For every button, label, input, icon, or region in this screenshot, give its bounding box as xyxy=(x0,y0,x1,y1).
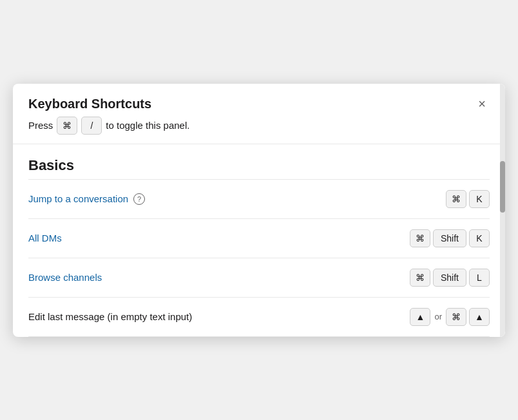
shortcut-row-browse: Browse channels ⌘ Shift L xyxy=(28,258,490,298)
close-button[interactable]: × xyxy=(472,94,492,115)
subtitle-toggle-text: to toggle this panel. xyxy=(106,120,189,131)
key-shift-browse: Shift xyxy=(433,269,466,287)
key-k-jump: K xyxy=(469,190,490,208)
shortcut-keys-dms: ⌘ Shift K xyxy=(410,229,490,247)
key-cmd-edit: ⌘ xyxy=(446,308,466,326)
section-title-basics: Basics xyxy=(28,144,490,179)
shortcut-row-dms: All DMs ⌘ Shift K xyxy=(28,219,490,258)
key-shift-dms: Shift xyxy=(433,229,466,247)
scrollbar-track[interactable] xyxy=(500,84,505,337)
or-text-edit: or xyxy=(434,312,442,321)
key-cmd-jump: ⌘ xyxy=(446,190,466,208)
shortcut-row-jump: Jump to a conversation ? ⌘ K xyxy=(28,180,490,219)
shortcut-label-edit: Edit last message (in empty text input) xyxy=(28,311,247,322)
shortcut-label-jump[interactable]: Jump to a conversation ? xyxy=(28,193,446,205)
key-cmd-dms: ⌘ xyxy=(410,229,430,247)
shortcut-label-text-edit: Edit last message (in empty text input) xyxy=(28,311,192,322)
slash-key-badge: / xyxy=(81,117,102,135)
panel-header: Keyboard Shortcuts Press ⌘ / to toggle t… xyxy=(13,84,505,144)
shortcut-keys-jump: ⌘ K xyxy=(446,190,490,208)
panel-subtitle: Press ⌘ / to toggle this panel. xyxy=(28,117,490,135)
shortcut-label-dms[interactable]: All DMs xyxy=(28,233,410,243)
shortcut-label-text-jump: Jump to a conversation xyxy=(28,193,128,204)
shortcut-keys-edit: ▲ or ⌘ ▲ xyxy=(410,308,490,326)
keyboard-shortcuts-panel: Keyboard Shortcuts Press ⌘ / to toggle t… xyxy=(13,84,505,337)
key-k-dms: K xyxy=(469,229,490,247)
key-up2-edit: ▲ xyxy=(469,308,490,326)
shortcut-row-edit: Edit last message (in empty text input) … xyxy=(28,298,490,337)
key-up-edit: ▲ xyxy=(410,308,430,326)
panel-title: Keyboard Shortcuts xyxy=(28,97,490,111)
shortcut-label-browse[interactable]: Browse channels xyxy=(28,272,410,283)
cmd-key-badge: ⌘ xyxy=(57,117,77,135)
key-l-browse: L xyxy=(469,269,490,287)
scrollbar-thumb xyxy=(500,161,505,213)
help-icon-jump: ? xyxy=(133,193,145,205)
shortcut-label-text-dms: All DMs xyxy=(28,233,62,243)
subtitle-press-text: Press xyxy=(28,120,53,131)
panel-body: Basics Jump to a conversation ? ⌘ K All … xyxy=(13,144,505,337)
shortcut-keys-browse: ⌘ Shift L xyxy=(410,269,490,287)
shortcut-label-text-browse: Browse channels xyxy=(28,272,102,283)
key-cmd-browse: ⌘ xyxy=(410,269,430,287)
